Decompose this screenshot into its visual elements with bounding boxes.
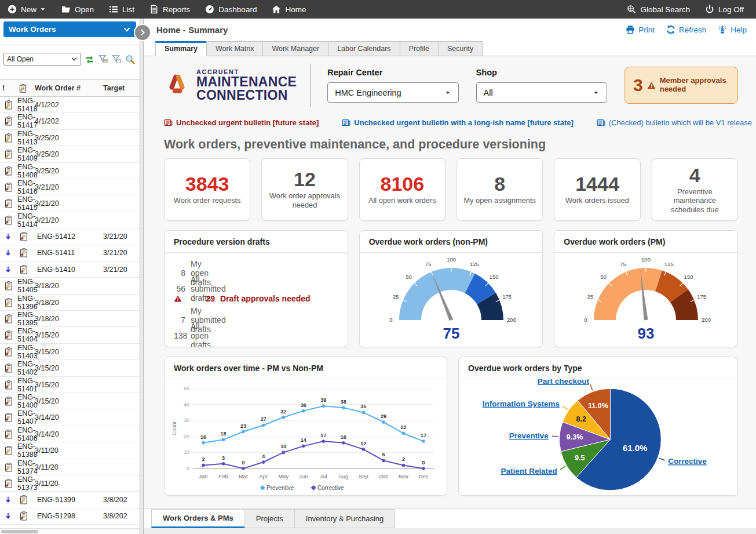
module-selector[interactable]: Work Orders — [3, 21, 136, 37]
data-point[interactable] — [342, 406, 345, 409]
tab[interactable]: Work Manager — [262, 41, 328, 56]
work-order-row[interactable]: ENG-51298 3/8/202 — [0, 508, 140, 525]
data-point[interactable] — [261, 424, 265, 427]
work-order-row[interactable]: ENG-51418 4/1/202 — [0, 97, 140, 113]
work-order-row[interactable]: ENG-51407 3/14/20 — [0, 409, 140, 426]
work-order-row[interactable]: ENG-51388 3/11/20 — [0, 442, 140, 459]
nav-item[interactable]: New — [0, 0, 54, 19]
data-point[interactable] — [382, 420, 385, 424]
nav-item[interactable]: Open — [54, 0, 101, 19]
data-point[interactable] — [342, 441, 345, 445]
work-order-row[interactable]: ENG-51374 3/11/20 — [0, 459, 140, 475]
draft-stat-link[interactable]: 7 My submitted drafts — [174, 306, 336, 322]
data-point[interactable] — [322, 405, 325, 408]
work-order-row[interactable]: ENG-51408 3/25/20 — [0, 163, 140, 179]
work-order-row[interactable]: ENG-51417 4/1/202 — [0, 113, 140, 129]
work-order-row[interactable]: ENG-51414 3/21/20 — [0, 212, 140, 228]
pie-category-link[interactable]: Corrective — [668, 457, 707, 466]
bottom-tab[interactable]: Projects — [244, 509, 295, 528]
work-order-row[interactable]: ENG-51412 3/21/20 — [0, 228, 140, 245]
action-button[interactable]: Refresh — [666, 25, 706, 34]
bottom-tab[interactable]: Work Orders & PMs — [151, 509, 245, 528]
work-order-row[interactable]: ENG-51411 3/21/20 — [0, 245, 140, 261]
kpi-card[interactable]: 1444 Work orders issued — [554, 158, 640, 221]
tab[interactable]: Work Matrix — [206, 41, 263, 56]
kpi-card[interactable]: 12 Work order approvals needed — [261, 158, 348, 221]
nav-item[interactable]: Reports — [142, 0, 198, 19]
action-button[interactable]: Print — [626, 25, 655, 34]
work-order-row[interactable]: ENG-51373 3/11/20 — [0, 475, 140, 492]
action-button[interactable]: Help — [718, 25, 747, 34]
data-point[interactable] — [221, 462, 225, 466]
nav-item[interactable]: Home — [264, 0, 313, 19]
work-order-row[interactable]: ENG-51416 3/21/20 — [0, 179, 140, 195]
bulletin-link[interactable]: Unchecked urgent bulletin with a long-is… — [342, 118, 573, 127]
filter-saved-icon[interactable] — [98, 55, 108, 64]
work-order-row[interactable]: ENG-51395 3/18/20 — [0, 311, 140, 327]
target-column-header[interactable]: Target — [103, 84, 140, 92]
work-order-row[interactable]: ENG-51409 3/25/20 — [0, 146, 140, 162]
draft-stat-link[interactable]: 138 All open drafts — [174, 322, 336, 337]
data-point[interactable] — [242, 467, 245, 470]
tab[interactable]: Security — [438, 41, 483, 56]
work-order-row[interactable]: ENG-51410 3/21/20 — [0, 261, 140, 278]
data-point[interactable] — [361, 448, 365, 451]
work-order-row[interactable]: ENG-51400 3/15/20 — [0, 393, 140, 409]
clipboard-icon[interactable] — [19, 84, 27, 93]
kpi-card[interactable]: 3843 Work order requests — [164, 158, 250, 221]
work-order-row[interactable]: ENG-51405 3/18/20 — [0, 278, 140, 294]
data-point[interactable] — [221, 438, 225, 442]
horizontal-scrollbar[interactable] — [0, 528, 140, 534]
work-order-row[interactable]: ENG-51404 3/15/20 — [0, 327, 140, 343]
pie-category-link[interactable]: Patient Related — [501, 467, 557, 475]
data-point[interactable] — [322, 439, 325, 443]
work-order-row[interactable]: ENG-51399 3/8/202 — [0, 492, 140, 508]
bulletin-link[interactable]: Unchecked urgent bulletin [future state] — [164, 118, 319, 127]
scrollbar-thumb[interactable] — [1, 530, 38, 533]
bottom-tab[interactable]: Inventory & Purchasing — [294, 509, 395, 528]
kpi-card[interactable]: 4 Preventive maintenance schedules due — [652, 158, 738, 221]
legend-label[interactable]: Corrective — [317, 485, 344, 491]
tab[interactable]: Labor Calendars — [328, 41, 400, 56]
number-column-header[interactable]: Work Order # — [35, 84, 103, 92]
pie-category-link[interactable]: Part checkout — [538, 379, 590, 386]
bulletin-link[interactable]: (Checked) bulletin which will be V1 rele… — [597, 118, 752, 127]
data-point[interactable] — [422, 467, 425, 470]
priority-column-header[interactable]: ! — [0, 84, 15, 92]
data-point[interactable] — [301, 445, 305, 448]
work-order-row[interactable]: ENG-51401 3/15/20 — [0, 377, 140, 393]
legend-label[interactable]: Preventive — [266, 485, 294, 491]
nav-item[interactable]: Dashboard — [198, 0, 264, 19]
draft-stat-link[interactable]: 56 All submitted drafts — [174, 275, 336, 290]
data-point[interactable] — [282, 451, 285, 455]
pie-category-link[interactable]: Preventive — [509, 431, 549, 440]
member-approvals-badge[interactable]: 3 Member approvals needed — [624, 67, 738, 104]
work-order-row[interactable]: ENG-51403 3/15/20 — [0, 344, 140, 360]
pie-category-link[interactable]: Information Systems — [483, 399, 560, 408]
work-order-row[interactable]: ENG-51396 3/18/20 — [0, 295, 140, 311]
data-point[interactable] — [422, 439, 425, 443]
data-point[interactable] — [282, 416, 285, 419]
data-point[interactable] — [401, 431, 405, 435]
work-order-row[interactable]: ENG-51413 3/25/20 — [0, 130, 140, 146]
kpi-card[interactable]: 8 My open assignments — [456, 158, 543, 221]
data-point[interactable] — [301, 409, 305, 413]
saved-filter-select[interactable]: All Open — [3, 53, 81, 66]
filter-icon[interactable] — [112, 55, 121, 64]
data-point[interactable] — [382, 459, 385, 462]
shop-select[interactable]: All — [476, 82, 607, 103]
repair-center-select[interactable]: HMC Engineering — [327, 82, 458, 103]
auto-refresh-icon[interactable] — [85, 55, 94, 64]
data-point[interactable] — [261, 460, 265, 464]
work-order-row[interactable]: ENG-51415 3/21/20 — [0, 195, 140, 212]
search-list-icon[interactable] — [125, 55, 135, 64]
tab[interactable]: Profile — [400, 41, 439, 56]
work-order-row[interactable]: ENG-51402 3/15/20 — [0, 360, 140, 376]
data-point[interactable] — [202, 464, 205, 467]
work-order-row[interactable]: ENG-51406 3/14/20 — [0, 426, 140, 442]
draft-stat-link[interactable]: 8 My open drafts — [174, 259, 336, 275]
nav-item[interactable]: Global Search — [619, 0, 697, 19]
kpi-card[interactable]: 8106 All open work orders — [359, 158, 445, 221]
collapse-sidebar-button[interactable] — [135, 25, 150, 40]
data-point[interactable] — [401, 464, 405, 467]
